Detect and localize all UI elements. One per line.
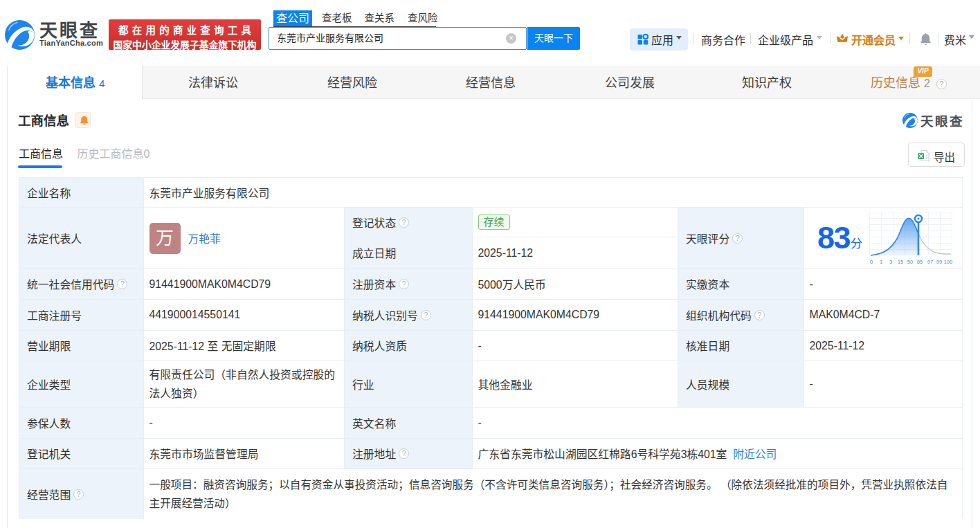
svg-text:97: 97 [927, 259, 933, 264]
svg-text:0: 0 [870, 259, 873, 264]
svg-text:1: 1 [880, 259, 882, 264]
svg-text:100: 100 [944, 259, 953, 264]
svg-text:15: 15 [898, 259, 903, 264]
svg-text:3: 3 [889, 259, 892, 264]
svg-text:50: 50 [907, 259, 913, 264]
svg-text:99: 99 [936, 259, 942, 264]
svg-text:85: 85 [917, 259, 923, 264]
